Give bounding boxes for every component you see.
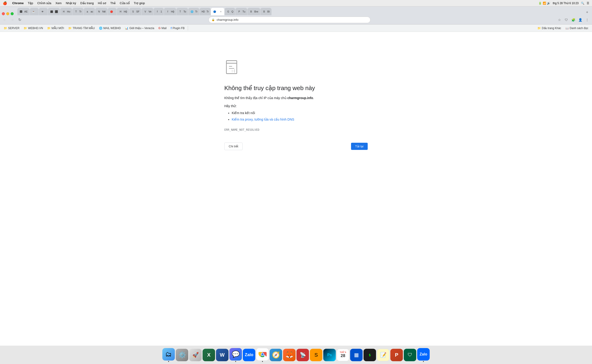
reload-button[interactable]: ↻ bbox=[17, 17, 23, 23]
reload-page-button[interactable]: Tải lại bbox=[351, 143, 368, 150]
tab-t1[interactable]: 🅰AE bbox=[17, 8, 30, 15]
powerpoint-icon[interactable]: P bbox=[390, 349, 403, 361]
launchpad-icon[interactable]: 🚀 bbox=[189, 349, 202, 361]
dock-firefox[interactable]: 🦊 bbox=[283, 349, 296, 361]
dock-zalo2[interactable]: Zalo bbox=[417, 348, 430, 362]
minimize-window-button[interactable] bbox=[6, 12, 9, 15]
tab-t10[interactable]: HHộ bbox=[117, 8, 129, 15]
tab-t8[interactable]: NNề bbox=[95, 8, 108, 15]
menu-chinh-sua[interactable]: Chỉnh sửa bbox=[37, 1, 51, 5]
menubar-search-icon[interactable]: 🔍 bbox=[581, 2, 584, 5]
tab-close-button[interactable]: × bbox=[219, 10, 222, 13]
system-preferences-icon[interactable]: ⚙️ bbox=[176, 349, 188, 361]
tab-t2[interactable]: ☕ bbox=[30, 8, 39, 15]
trello-icon[interactable]: ▦ bbox=[350, 349, 363, 361]
dock-sublime[interactable]: S bbox=[310, 349, 322, 361]
bookmark-reading-list[interactable]: 📖 Danh sách đọc bbox=[564, 26, 590, 31]
terminal-icon[interactable]: $ bbox=[363, 349, 376, 361]
apple-logo-icon[interactable]: 🍎 bbox=[3, 1, 7, 5]
menu-xem[interactable]: Xem bbox=[55, 1, 62, 5]
bookmark-star-button[interactable]: ☆ bbox=[556, 17, 562, 23]
dock-photoshop[interactable]: Ps bbox=[323, 349, 336, 361]
tab-t12[interactable]: VVe bbox=[141, 8, 153, 15]
forward-button[interactable]: → bbox=[9, 17, 15, 23]
tab-t6[interactable]: TTr bbox=[72, 8, 83, 15]
notes-icon[interactable]: 📝 bbox=[377, 349, 390, 361]
tab-t3[interactable]: 👁 bbox=[39, 8, 48, 15]
finder-icon[interactable]: 🗂 bbox=[162, 348, 175, 361]
tab-t16[interactable]: 🌐Tr bbox=[188, 8, 199, 15]
firefox-icon[interactable]: 🦊 bbox=[283, 349, 296, 361]
menu-ho-so[interactable]: Hồ sơ bbox=[98, 1, 106, 5]
extension-puzzle-button[interactable]: 🧩 bbox=[570, 17, 576, 23]
tab-t13[interactable]: f1 bbox=[154, 8, 164, 15]
tab-t20[interactable]: PTu bbox=[235, 8, 247, 15]
menu-cua-so[interactable]: Cửa sổ bbox=[120, 1, 130, 5]
url-text[interactable]: charmgroup.info bbox=[217, 18, 367, 21]
close-window-button[interactable] bbox=[2, 12, 5, 15]
bookmark-trang-tim-mau[interactable]: 📁 TRANG TÌM MẪU bbox=[66, 26, 97, 31]
bookmark-server[interactable]: 📁 SERVER bbox=[2, 26, 21, 31]
tab-t4[interactable]: ⬛⬛ bbox=[48, 8, 60, 15]
bookmark-mail-webhd[interactable]: 🌐 MAIL WEBHD bbox=[97, 26, 123, 31]
menu-the[interactable]: Thẻ bbox=[110, 1, 116, 5]
dock-launchpad[interactable]: 🚀 bbox=[189, 349, 202, 361]
dock-word[interactable]: W bbox=[216, 349, 229, 361]
dock-terminal[interactable]: $ bbox=[363, 349, 376, 361]
excel-icon[interactable]: X bbox=[202, 349, 215, 361]
chrome-menu-button[interactable]: ⋮ bbox=[584, 17, 590, 23]
dock-trello[interactable]: ▦ bbox=[350, 349, 363, 361]
tab-t21[interactable]: BBre bbox=[248, 8, 260, 15]
bookmark-more-button[interactable]: 📁 Dấu trang Khác bbox=[536, 26, 563, 31]
tab-t7[interactable]: aac bbox=[84, 8, 95, 15]
tab-t5[interactable]: HHo bbox=[60, 8, 72, 15]
address-bar[interactable]: 🔒 charmgroup.info bbox=[209, 17, 370, 23]
dock-notes[interactable]: 📝 bbox=[377, 349, 390, 361]
app-menu[interactable]: Chrome bbox=[12, 1, 24, 5]
dock-messenger[interactable]: 💬 bbox=[229, 348, 242, 362]
dock-calendar[interactable]: THỨ 6 28 bbox=[337, 349, 349, 361]
sublime-icon[interactable]: S bbox=[310, 349, 322, 361]
fullscreen-window-button[interactable] bbox=[11, 12, 14, 15]
dock-safari[interactable]: 🧭 bbox=[270, 349, 282, 361]
tab-t17[interactable]: HDTr bbox=[200, 8, 211, 15]
adblock-button[interactable]: 🛡 bbox=[563, 17, 569, 23]
word-icon[interactable]: W bbox=[216, 349, 229, 361]
calendar-icon[interactable]: THỨ 6 28 bbox=[337, 349, 349, 361]
menu-dau-trang[interactable]: Dấu trang bbox=[80, 1, 94, 5]
suggestion-link[interactable]: Kiểm tra proxy, tường lửa và cấu hình DN… bbox=[232, 117, 294, 121]
kaspersky-icon[interactable]: 🛡 bbox=[404, 349, 416, 361]
menu-tep[interactable]: Tệp bbox=[28, 1, 33, 5]
filezilla-icon[interactable]: 📡 bbox=[296, 349, 309, 361]
photoshop-icon[interactable]: Ps bbox=[323, 349, 336, 361]
details-button[interactable]: Chi tiết bbox=[224, 143, 242, 150]
back-button[interactable]: ← bbox=[2, 17, 8, 23]
dock-chrome[interactable] bbox=[256, 348, 269, 362]
dock-finder[interactable]: 🗂 bbox=[162, 348, 175, 362]
tab-t18[interactable]: 🔵× bbox=[211, 8, 224, 15]
dock-zalo[interactable]: Zalo bbox=[243, 349, 255, 361]
dock-powerpoint[interactable]: P bbox=[390, 349, 403, 361]
bookmark-webhd[interactable]: 📁 WEBHD.VN bbox=[22, 26, 45, 31]
menu-tro-giup[interactable]: Trợ giúp bbox=[134, 1, 145, 5]
dock-filezilla[interactable]: 📡 bbox=[296, 349, 309, 361]
profile-button[interactable]: 👤 bbox=[577, 17, 583, 23]
tab-t19[interactable]: GQ bbox=[225, 8, 235, 15]
zalo2-icon[interactable]: Zalo bbox=[417, 348, 430, 361]
messenger-icon[interactable]: 💬 bbox=[229, 348, 242, 361]
menubar-notification-icon[interactable]: ☰ bbox=[587, 2, 589, 5]
bookmark-plugin-fb[interactable]: f Plugin FB bbox=[169, 26, 186, 31]
bookmark-venezia[interactable]: 📊 Giới thiệu – Venezia bbox=[123, 26, 156, 31]
menu-nhat-ky[interactable]: Nhật ký bbox=[66, 1, 76, 5]
chrome-icon[interactable] bbox=[256, 348, 269, 361]
safari-icon[interactable]: 🧭 bbox=[270, 349, 282, 361]
bookmark-mail[interactable]: G Mail bbox=[156, 26, 168, 31]
tab-t14[interactable]: fHộ bbox=[164, 8, 176, 15]
dock-excel[interactable]: X bbox=[202, 349, 215, 361]
tab-t11[interactable]: SSF bbox=[129, 8, 141, 15]
new-tab-button[interactable]: + bbox=[584, 9, 590, 15]
tab-t15[interactable]: TTo bbox=[176, 8, 188, 15]
dock-system-preferences[interactable]: ⚙️ bbox=[176, 349, 188, 361]
tab-t22[interactable]: BBI bbox=[260, 8, 271, 15]
dock-kaspersky[interactable]: 🛡 bbox=[404, 349, 416, 361]
